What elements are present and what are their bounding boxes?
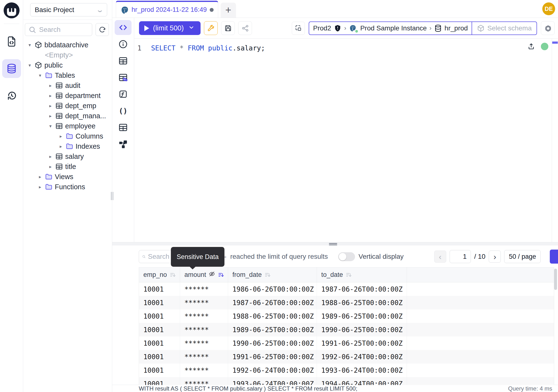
sort-icon[interactable] bbox=[345, 271, 352, 278]
chevron-collapsed-icon[interactable]: ▸ bbox=[48, 154, 53, 159]
page-size-select[interactable]: 50 / page bbox=[504, 250, 541, 263]
project-select[interactable]: Basic Project ⌄ bbox=[30, 3, 107, 17]
export-button[interactable] bbox=[550, 250, 558, 264]
prev-page-button[interactable]: ‹ bbox=[434, 251, 446, 263]
share-sheet-button[interactable] bbox=[238, 21, 252, 35]
cell-amount: ****** bbox=[180, 282, 228, 296]
table-row[interactable]: 10001******1993-06-24T00:00:00Z1994-06-2… bbox=[139, 377, 554, 385]
editor-rail-function[interactable] bbox=[115, 87, 131, 102]
tree-item-title[interactable]: ▸title bbox=[23, 161, 112, 172]
vertical-display-toggle[interactable] bbox=[338, 252, 355, 261]
column-header-emp_no[interactable]: emp_no bbox=[139, 267, 180, 282]
sql-statement: SELECT * FROM public.salary; bbox=[151, 44, 265, 53]
chevron-collapsed-icon[interactable]: ▸ bbox=[48, 164, 53, 169]
chevron-expanded-icon[interactable]: ▾ bbox=[27, 42, 32, 48]
chevron-collapsed-icon[interactable]: ▸ bbox=[48, 113, 53, 119]
sort-icon[interactable] bbox=[264, 271, 271, 278]
table-scrollbar-thumb[interactable] bbox=[554, 269, 557, 290]
chevron-collapsed-icon[interactable]: ▸ bbox=[48, 83, 53, 88]
upload-icon[interactable] bbox=[527, 43, 535, 50]
editor-rail-table-detail[interactable] bbox=[115, 53, 131, 68]
table-row[interactable]: 10001******1991-06-25T00:00:00Z1992-06-2… bbox=[139, 350, 554, 364]
batch-query-button[interactable] bbox=[292, 22, 305, 35]
sql-editor[interactable]: 1 SELECT * FROM public.salary; bbox=[134, 39, 558, 242]
rail-item-database[interactable] bbox=[2, 59, 21, 78]
sidebar-resize-handle[interactable] bbox=[111, 192, 113, 200]
next-page-button[interactable]: › bbox=[489, 251, 501, 263]
save-icon bbox=[224, 24, 232, 32]
editor-rail-procedure[interactable]: () bbox=[115, 103, 131, 118]
eye-off-icon[interactable] bbox=[209, 270, 215, 279]
cell-amount: ****** bbox=[180, 296, 228, 309]
tree-item-salary[interactable]: ▸salary bbox=[23, 151, 112, 161]
postgresql-icon bbox=[349, 24, 358, 33]
editor-rail-masked-data[interactable] bbox=[115, 70, 131, 85]
user-avatar[interactable]: DE bbox=[542, 2, 555, 15]
editor-rail-schema-diagram[interactable] bbox=[115, 137, 131, 152]
tab-hr-prod[interactable]: hr_prod 2024-11-22 16:49 bbox=[116, 1, 218, 18]
table-row[interactable]: 10001******1990-06-25T00:00:00Z1991-06-2… bbox=[139, 337, 554, 350]
sort-icon[interactable] bbox=[169, 271, 176, 278]
table-row[interactable]: 10001******1989-06-25T00:00:00Z1990-06-2… bbox=[139, 323, 554, 337]
table-row[interactable]: 10001******1987-06-26T00:00:00Z1988-06-2… bbox=[139, 296, 554, 309]
tree-item-employee[interactable]: ▾employee bbox=[23, 121, 112, 131]
splitter-drag-handle-icon[interactable] bbox=[329, 243, 337, 246]
tree-item-columns[interactable]: ▸Columns bbox=[23, 131, 112, 141]
bytebase-logo bbox=[4, 2, 19, 18]
editor-rail-code[interactable] bbox=[115, 20, 131, 35]
table-row[interactable]: 10001******1988-06-25T00:00:00Z1989-06-2… bbox=[139, 309, 554, 323]
ai-assistant-button[interactable] bbox=[541, 21, 555, 35]
chevron-expanded-icon[interactable]: ▾ bbox=[37, 73, 43, 78]
tree-item-dept-mana[interactable]: ▸dept_mana... bbox=[23, 111, 112, 121]
tree-item-indexes[interactable]: ▸Indexes bbox=[23, 141, 112, 151]
tree-item-public[interactable]: ▾public bbox=[23, 60, 112, 70]
schema-select[interactable]: Select schema bbox=[472, 22, 537, 35]
chevron-expanded-icon[interactable]: ▾ bbox=[48, 123, 53, 129]
tree-item-functions[interactable]: ▸Functions bbox=[23, 182, 112, 192]
limit-note: reached the limit of query results bbox=[230, 253, 328, 261]
cell-to_date: 1993-06-24T00:00:00Z bbox=[317, 364, 407, 377]
tree-item-department[interactable]: ▸department bbox=[23, 90, 112, 101]
sort-icon[interactable] bbox=[218, 271, 225, 278]
column-header-to_date[interactable]: to_date bbox=[317, 267, 407, 282]
chevron-collapsed-icon[interactable]: ▸ bbox=[58, 133, 63, 139]
tree-item-views[interactable]: ▸Views bbox=[23, 172, 112, 182]
new-tab-button[interactable]: + bbox=[221, 3, 236, 18]
sidebar-search-input[interactable] bbox=[39, 26, 88, 34]
page-number-input[interactable] bbox=[450, 250, 471, 263]
connection-context[interactable]: Prod2 › Prod Sample Instance › bbox=[309, 22, 471, 35]
executed-query-text: WITH result AS ( SELECT * FROM public.sa… bbox=[139, 385, 357, 392]
save-sheet-button[interactable] bbox=[221, 21, 235, 35]
column-header-from_date[interactable]: from_date bbox=[228, 267, 317, 282]
tree-item-tables[interactable]: ▾Tables bbox=[23, 70, 112, 80]
tree-item-dept-emp[interactable]: ▸dept_emp bbox=[23, 101, 112, 111]
chevron-collapsed-icon[interactable]: ▸ bbox=[37, 184, 43, 190]
editor-scrollbar[interactable] bbox=[552, 39, 558, 242]
sidebar: Basic Project ⌄ ▾bbdataarchive<Empty>▾pu… bbox=[23, 0, 112, 392]
rail-item-worksheet[interactable] bbox=[2, 32, 21, 51]
format-sql-button[interactable] bbox=[204, 21, 218, 35]
editor-rail-external-table[interactable] bbox=[115, 120, 131, 135]
table-icon bbox=[55, 122, 63, 130]
chevron-collapsed-icon[interactable]: ▸ bbox=[48, 93, 53, 98]
tree-item-label: dept_mana... bbox=[65, 112, 106, 120]
tree-item-bbdataarchive[interactable]: ▾bbdataarchive bbox=[23, 40, 112, 50]
results-table-rows: 10001******1986-06-26T00:00:00Z1987-06-2… bbox=[139, 282, 554, 385]
table-row[interactable]: 10001******1986-06-26T00:00:00Z1987-06-2… bbox=[139, 282, 554, 296]
chevron-collapsed-icon[interactable]: ▸ bbox=[58, 144, 63, 149]
editor-rail-info[interactable] bbox=[115, 37, 131, 52]
editor-scroll-thumb[interactable] bbox=[552, 42, 558, 44]
chevron-collapsed-icon[interactable]: ▸ bbox=[48, 103, 53, 109]
chevron-expanded-icon[interactable]: ▾ bbox=[27, 62, 32, 68]
table-row[interactable]: 10001******1992-06-24T00:00:00Z1993-06-2… bbox=[139, 364, 554, 377]
column-header-amount[interactable]: amount bbox=[180, 267, 228, 282]
chevron-collapsed-icon[interactable]: ▸ bbox=[37, 174, 43, 180]
tree-item-audit[interactable]: ▸audit bbox=[23, 80, 112, 90]
refresh-schema-button[interactable] bbox=[96, 23, 109, 36]
code-icon bbox=[118, 23, 128, 32]
panel-splitter[interactable] bbox=[112, 242, 558, 245]
sidebar-search-box[interactable] bbox=[25, 23, 92, 36]
tree-item-empty[interactable]: <Empty> bbox=[23, 50, 112, 60]
run-query-button[interactable]: (limit 500) bbox=[139, 21, 201, 35]
rail-item-history[interactable] bbox=[2, 86, 21, 105]
